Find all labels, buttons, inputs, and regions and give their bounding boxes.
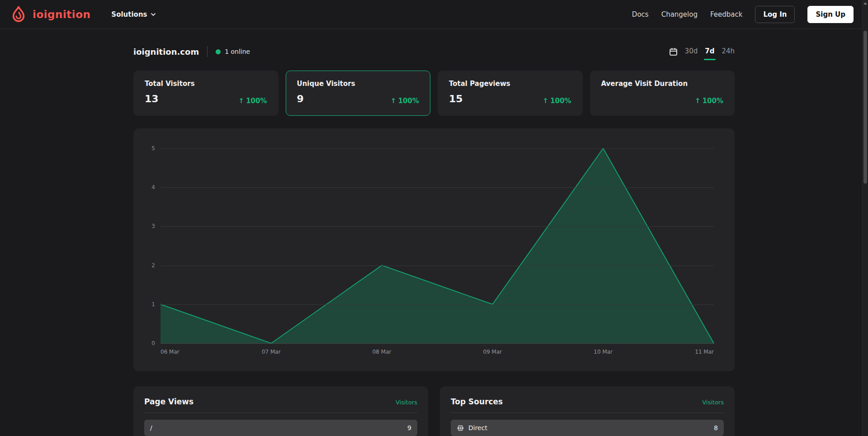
stat-change-value: 100%	[398, 97, 419, 105]
stat-change-value: 100%	[550, 97, 571, 105]
globe-icon	[457, 424, 464, 432]
dashboard-main: ioignition.com 1 online 30d 7d 24h Total…	[133, 29, 735, 436]
panel-title: Page Views	[144, 397, 193, 406]
range-30d[interactable]: 30d	[685, 47, 698, 56]
y-tick-label: 4	[151, 184, 155, 190]
panel-metric-label[interactable]: Visitors	[702, 399, 724, 406]
stat-card-total-pageviews[interactable]: Total Pageviews 15 ↑ 100%	[438, 71, 583, 116]
online-status: 1 online	[216, 48, 250, 55]
y-tick-label: 0	[151, 340, 155, 346]
solutions-label: Solutions	[111, 10, 147, 19]
x-tick-label: 08 Mar	[373, 349, 392, 355]
stat-label: Unique Visitors	[297, 80, 420, 88]
y-tick-label: 2	[151, 262, 155, 269]
x-tick-label: 10 Mar	[594, 349, 613, 355]
x-tick-label: 07 Mar	[262, 349, 281, 355]
area-chart-svg	[160, 148, 714, 343]
panel-title: Top Sources	[451, 397, 503, 406]
stat-change: ↑ 100%	[239, 97, 267, 105]
login-button[interactable]: Log In	[755, 6, 795, 23]
stat-value: 9	[297, 93, 304, 105]
stat-value: 13	[145, 93, 159, 105]
up-arrow-icon: ↑	[543, 97, 549, 105]
stat-label: Average Visit Duration	[601, 80, 724, 88]
brand-name: ioignition	[33, 9, 90, 20]
site-header: ioignition.com 1 online 30d 7d 24h	[133, 46, 735, 57]
signup-button[interactable]: Sign Up	[807, 6, 854, 23]
page-views-panel: Page Views Visitors / 9	[133, 386, 428, 436]
visitors-chart-panel: 543210 06 Mar07 Mar08 Mar09 Mar10 Mar11 …	[133, 128, 735, 371]
x-tick-label: 11 Mar	[695, 349, 714, 355]
header-divider	[207, 46, 208, 57]
brand-logo[interactable]: ioignition	[9, 5, 90, 24]
gridline	[160, 304, 714, 305]
bottom-panels: Page Views Visitors / 9 Top Sources Visi…	[133, 386, 735, 436]
up-arrow-icon: ↑	[695, 97, 701, 105]
stat-label: Total Visitors	[145, 80, 267, 88]
stat-change-value: 100%	[703, 97, 723, 105]
top-sources-panel: Top Sources Visitors Direct	[440, 386, 735, 436]
scrollbar-up-arrow-icon[interactable]	[863, 2, 867, 5]
source-name: Direct	[468, 424, 487, 431]
page-views-row[interactable]: / 9	[144, 420, 417, 436]
chart-area-fill	[160, 148, 714, 343]
up-arrow-icon: ↑	[391, 97, 396, 105]
stat-change: ↑ 100%	[543, 97, 571, 105]
top-source-row[interactable]: Direct 8	[451, 420, 724, 436]
chart-y-axis: 543210	[145, 148, 155, 343]
nav-link-changelog[interactable]: Changelog	[661, 10, 698, 19]
gridline	[160, 265, 714, 266]
panel-metric-label[interactable]: Visitors	[396, 399, 417, 406]
solutions-menu[interactable]: Solutions	[111, 10, 156, 19]
panel-divider	[451, 412, 724, 413]
stat-card-unique-visitors[interactable]: Unique Visitors 9 ↑ 100%	[286, 71, 431, 116]
chevron-down-icon	[151, 12, 156, 17]
stats-row: Total Visitors 13 ↑ 100% Unique Visitors…	[133, 71, 735, 116]
gridline	[160, 187, 714, 188]
calendar-icon[interactable]	[669, 47, 678, 56]
chart-plot-area[interactable]	[160, 148, 714, 343]
stat-value: 15	[449, 93, 463, 105]
source-visitors-count: 8	[714, 424, 718, 431]
range-24h[interactable]: 24h	[722, 47, 735, 56]
nav-link-docs[interactable]: Docs	[632, 10, 649, 19]
stat-card-avg-visit-duration[interactable]: Average Visit Duration ↑ 100%	[590, 71, 735, 116]
gridline	[160, 226, 714, 227]
x-tick-label: 09 Mar	[483, 349, 502, 355]
online-status-label: 1 online	[225, 48, 250, 55]
stat-change-value: 100%	[246, 97, 267, 105]
nav-link-feedback[interactable]: Feedback	[710, 10, 742, 19]
stat-card-total-visitors[interactable]: Total Visitors 13 ↑ 100%	[133, 71, 278, 116]
range-7d[interactable]: 7d	[705, 47, 714, 56]
scrollbar-thumb[interactable]	[863, 31, 867, 184]
x-tick-label: 06 Mar	[160, 349, 179, 355]
stat-change: ↑ 100%	[391, 97, 419, 105]
page-path: /	[150, 424, 152, 431]
date-range-picker: 30d 7d 24h	[669, 47, 735, 56]
page-visitors-count: 9	[407, 424, 411, 431]
page-scrollbar[interactable]	[862, 0, 868, 436]
site-domain: ioignition.com	[133, 47, 199, 57]
up-arrow-icon: ↑	[239, 97, 245, 105]
stat-label: Total Pageviews	[449, 80, 571, 88]
chart-x-axis: 06 Mar07 Mar08 Mar09 Mar10 Mar11 Mar	[160, 349, 714, 357]
y-tick-label: 3	[151, 223, 155, 229]
gridline	[160, 343, 714, 344]
panel-divider	[144, 412, 417, 413]
flame-logo-icon	[9, 5, 28, 24]
stat-change: ↑ 100%	[695, 97, 723, 105]
top-navbar: ioignition Solutions Docs Changelog Feed…	[0, 0, 868, 29]
y-tick-label: 1	[151, 301, 155, 308]
online-dot-icon	[216, 49, 221, 54]
y-tick-label: 5	[151, 145, 155, 152]
gridline	[160, 148, 714, 149]
